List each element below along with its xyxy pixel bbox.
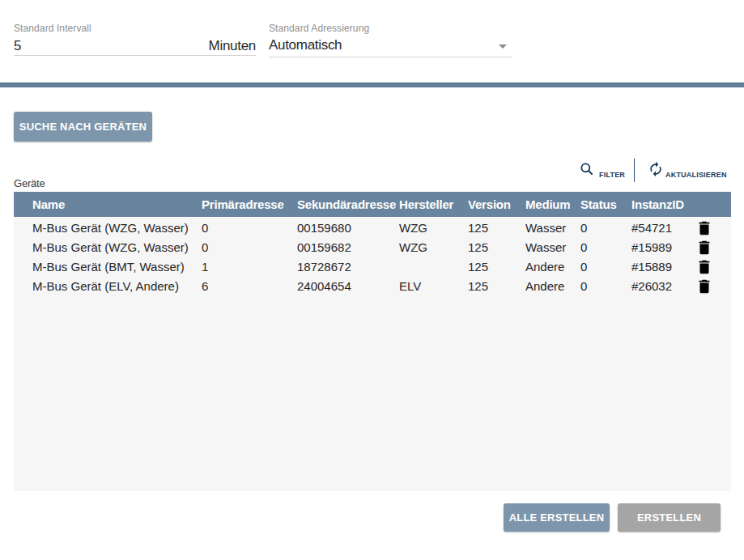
delete-device-button[interactable] [695,258,713,276]
table-actions: FILTER AKTUALISIEREN [567,159,744,182]
device-medium: Andere [525,279,580,293]
device-name: M-Bus Gerät (WZG, Wasser) [32,240,202,254]
column-header-version: Version [468,197,525,211]
device-actions-cell [698,257,731,276]
device-status: 0 [580,260,631,274]
standard-interval-suffix: Minuten [209,38,256,54]
trash-icon [695,219,713,237]
device-instance: #26032 [631,279,698,293]
dropdown-arrow-icon [499,45,507,49]
device-secondary: 00159680 [297,221,399,235]
device-primary: 1 [202,260,297,274]
device-manufacturer: WZG [399,240,468,254]
standard-addressing-label: Standard Adressierung [269,23,512,33]
device-primary: 0 [202,240,297,254]
actions-separator [634,159,635,182]
delete-device-button[interactable] [695,278,713,295]
device-version: 125 [468,221,525,235]
standard-addressing-value: Automatisch [269,37,342,53]
trash-icon [695,239,713,257]
column-header-manufacturer: Hersteller [399,197,468,211]
column-header-status: Status [580,197,631,211]
search-devices-button[interactable]: SUCHE NACH GERÄTEN [14,112,152,142]
column-header-name: Name [32,197,202,211]
device-medium: Wasser [525,240,580,254]
device-version: 125 [468,279,525,293]
device-actions-cell [698,276,731,295]
device-row: M-Bus Gerät (BMT, Wasser)118728672125And… [14,257,731,276]
standard-interval-input[interactable] [14,38,176,54]
device-name: M-Bus Gerät (BMT, Wasser) [32,260,202,274]
column-header-primary: Primäradresse [202,197,297,211]
device-status: 0 [580,221,631,235]
refresh-icon [648,161,664,177]
device-secondary: 24004654 [297,279,399,293]
standard-interval-field: Standard Intervall Minuten [14,23,256,56]
device-instance: #15889 [631,260,698,274]
trash-icon [695,278,713,295]
device-actions-cell [698,218,731,237]
device-manufacturer: WZG [399,221,468,235]
device-primary: 6 [202,279,297,293]
refresh-label: AKTUALISIEREN [665,172,727,179]
device-status: 0 [580,240,631,254]
device-row: M-Bus Gerät (WZG, Wasser)000159682WZG125… [14,237,731,257]
device-version: 125 [468,260,525,274]
create-button[interactable]: ERSTELLEN [618,503,721,532]
delete-device-button[interactable] [695,239,713,257]
device-instance: #54721 [631,221,698,235]
device-medium: Wasser [525,221,580,235]
device-medium: Andere [525,260,580,274]
standard-addressing-field: Standard Adressierung Automatisch [269,23,512,57]
delete-device-button[interactable] [695,219,713,237]
devices-table-header: Name Primäradresse Sekundäradresse Herst… [14,192,731,217]
device-name: M-Bus Gerät (WZG, Wasser) [32,221,202,235]
device-instance: #15989 [631,240,698,254]
search-icon [580,163,593,175]
device-row: M-Bus Gerät (ELV, Andere)624004654ELV125… [14,276,731,295]
device-status: 0 [580,279,631,293]
column-header-medium: Medium [525,197,580,211]
create-all-button[interactable]: ALLE ERSTELLEN [504,503,610,532]
device-name: M-Bus Gerät (ELV, Andere) [32,279,202,293]
filter-button[interactable]: FILTER [567,159,634,182]
trash-icon [695,258,713,276]
section-divider [0,83,744,87]
devices-section-label: Geräte [14,177,45,189]
standard-addressing-select[interactable]: Automatisch [269,33,512,57]
device-manufacturer: ELV [399,279,468,293]
mbus-config-page: Standard Intervall Minuten Standard Adre… [0,0,744,560]
devices-table-body: M-Bus Gerät (WZG, Wasser)000159680WZG125… [14,217,731,295]
column-header-secondary: Sekundäradresse [297,197,399,211]
devices-table: Name Primäradresse Sekundäradresse Herst… [14,192,731,491]
device-version: 125 [468,240,525,254]
device-actions-cell [698,237,731,257]
device-secondary: 18728672 [297,260,399,274]
filter-label: FILTER [599,172,625,179]
standard-interval-label: Standard Intervall [14,23,256,33]
device-row: M-Bus Gerät (WZG, Wasser)000159680WZG125… [14,218,731,237]
device-primary: 0 [202,221,297,235]
column-header-instance: InstanzID [631,197,698,211]
device-secondary: 00159682 [297,240,399,254]
refresh-button[interactable]: AKTUALISIEREN [648,159,744,182]
